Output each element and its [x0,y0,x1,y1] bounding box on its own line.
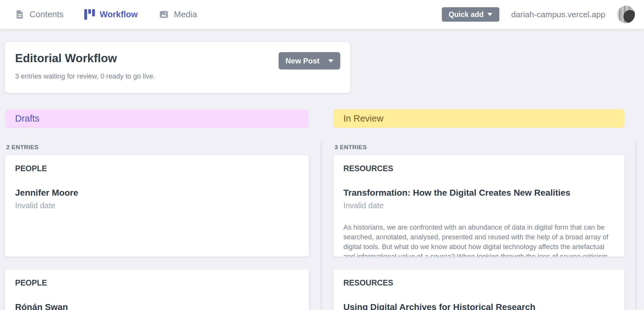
workflow-summary: 3 entries waiting for review, 0 ready to… [15,72,340,80]
workflow-header-card: Editorial Workflow 3 entries waiting for… [5,42,350,93]
file-text-icon [15,9,25,20]
card-date: Invalid date [15,201,299,210]
nav-tabs: Contents Workflow Media [0,0,218,29]
entries-count: 2 ENTRIES [6,144,309,151]
column-header-drafts: Drafts [5,109,309,128]
card-collection-label: PEOPLE [15,278,299,287]
card-title: Rónán Swan [15,302,299,310]
workflow-card[interactable]: PEOPLEJennifer MooreInvalid date [5,155,309,257]
nav-tab-label: Contents [30,10,64,19]
column-divider [636,141,636,310]
workflow-columns-icon [84,9,95,20]
workflow-card[interactable]: RESOURCESTransformation: How the Digital… [333,155,625,257]
caret-down-icon [487,13,492,16]
card-title: Using Digital Archives for Historical Re… [343,302,614,310]
column-title: In Review [343,113,383,124]
site-link[interactable]: dariah-campus.vercel.app [511,10,605,19]
workflow-column-in-review: In Review3 ENTRIESRESOURCESTransformatio… [333,109,625,310]
card-collection-label: RESOURCES [343,164,614,173]
nav-tab-label: Media [174,10,197,19]
quick-add-button[interactable]: Quick add [442,7,499,22]
quick-add-label: Quick add [449,10,484,19]
top-nav: Contents Workflow Media [0,0,644,29]
card-list: PEOPLEJennifer MooreInvalid datePEOPLERó… [5,155,309,310]
media-image-icon [158,9,169,20]
nav-actions: Quick add dariah-campus.vercel.app [442,6,644,23]
column-title: Drafts [15,113,39,124]
card-date: Invalid date [343,201,614,210]
new-post-label: New Post [286,57,319,65]
avatar[interactable] [617,6,635,23]
column-header-in-review: In Review [333,109,625,128]
caret-down-icon [328,59,333,63]
entries-count: 3 ENTRIES [335,144,625,151]
workflow-page: Editorial Workflow 3 entries waiting for… [0,29,644,310]
nav-tab-workflow[interactable]: Workflow [84,9,138,20]
workflow-card[interactable]: RESOURCESUsing Digital Archives for Hist… [333,269,625,310]
column-divider [321,141,322,310]
nav-tab-contents[interactable]: Contents [15,9,64,20]
card-excerpt: As historians, we are confronted with an… [343,222,614,257]
card-title: Transformation: How the Digital Creates … [343,187,614,199]
card-collection-label: RESOURCES [343,278,614,287]
workflow-column-drafts: Drafts2 ENTRIESPEOPLEJennifer MooreInval… [5,109,309,310]
card-list: RESOURCESTransformation: How the Digital… [333,155,625,310]
card-collection-label: PEOPLE [15,164,299,173]
workflow-card[interactable]: PEOPLERónán Swan [5,269,309,310]
new-post-button[interactable]: New Post [279,52,340,69]
card-title: Jennifer Moore [15,187,299,199]
nav-tab-label: Workflow [100,10,138,19]
nav-tab-media[interactable]: Media [158,9,197,20]
